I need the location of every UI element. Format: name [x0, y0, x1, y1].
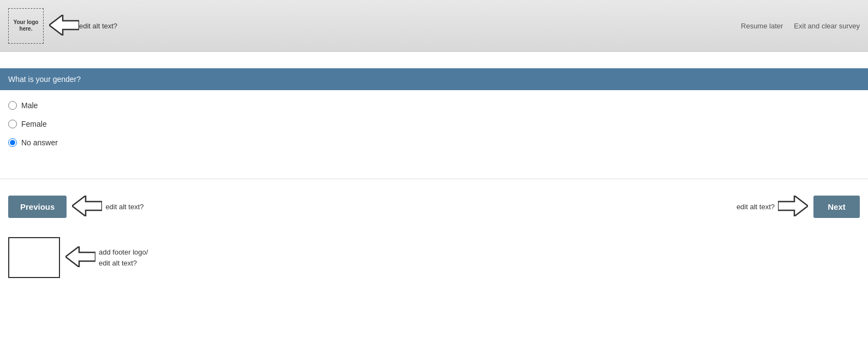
prev-left-arrow-icon: [72, 196, 102, 218]
footer-area: add footer logo/edit alt text?: [0, 234, 868, 289]
header-nav: Resume later Exit and clear survey: [741, 22, 860, 30]
header-arrow-area: edit alt text?: [49, 15, 117, 37]
exit-clear-link[interactable]: Exit and clear survey: [794, 22, 860, 30]
footer-arrow-area: add footer logo/edit alt text?: [65, 246, 148, 269]
header: Your logo here. edit alt text? Resume la…: [0, 0, 868, 52]
footer-logo-box: [8, 237, 60, 278]
svg-marker-1: [72, 196, 102, 216]
header-alt-text: edit alt text?: [79, 22, 117, 30]
nav-left: Previous edit alt text?: [8, 196, 143, 218]
svg-marker-3: [65, 246, 95, 267]
footer-left-arrow-icon: [65, 246, 95, 269]
header-logo: Your logo here.: [8, 8, 44, 44]
next-right-arrow-icon: [778, 196, 808, 218]
logo-text: Your logo here.: [9, 19, 43, 32]
next-alt-text: edit alt text?: [737, 203, 775, 211]
footer-alt-text: add footer logo/edit alt text?: [99, 247, 148, 268]
nav-buttons-area: Previous edit alt text? edit alt text? N…: [0, 179, 868, 234]
label-female[interactable]: Female: [21, 120, 47, 128]
svg-marker-2: [778, 196, 808, 216]
option-row-male: Male: [8, 101, 860, 110]
prev-arrow-indicator: edit alt text?: [72, 196, 143, 218]
header-left-arrow-icon: [49, 15, 79, 37]
resume-later-link[interactable]: Resume later: [741, 22, 783, 30]
radio-male[interactable]: [8, 101, 17, 110]
question-text: What is your gender?: [8, 75, 81, 84]
previous-button[interactable]: Previous: [8, 196, 67, 218]
label-male[interactable]: Male: [21, 101, 38, 110]
radio-noanswer[interactable]: [8, 138, 17, 147]
radio-female[interactable]: [8, 120, 17, 128]
label-noanswer[interactable]: No answer: [21, 138, 58, 147]
nav-right: edit alt text? Next: [737, 196, 860, 218]
footer-logo-area: add footer logo/edit alt text?: [8, 237, 860, 278]
question-bar: What is your gender?: [0, 68, 868, 90]
option-row-female: Female: [8, 120, 860, 128]
prev-alt-text: edit alt text?: [105, 203, 143, 211]
next-arrow-indicator: edit alt text?: [737, 196, 808, 218]
option-row-noanswer: No answer: [8, 138, 860, 147]
next-button[interactable]: Next: [813, 196, 860, 218]
options-area: Male Female No answer: [0, 90, 868, 168]
svg-marker-0: [49, 15, 79, 36]
